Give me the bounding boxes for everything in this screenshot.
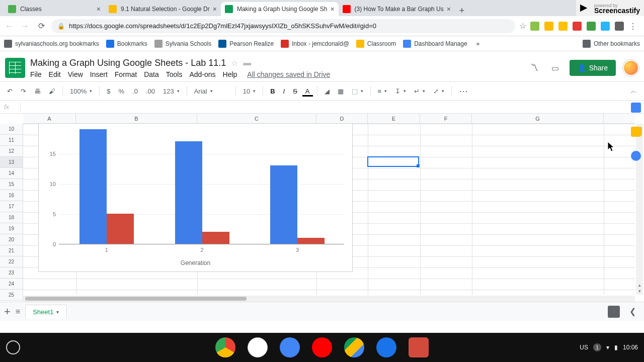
row-header[interactable]: 23 xyxy=(0,267,23,279)
merge-cells-button[interactable]: ⬚ xyxy=(349,85,366,97)
print-button[interactable]: 🖶 xyxy=(31,85,44,97)
row-header[interactable]: 13 xyxy=(0,157,23,168)
extension-icon[interactable] xyxy=(615,22,624,31)
bookmark-item[interactable]: Sylvania Schools xyxy=(154,40,211,48)
menu-insert[interactable]: Insert xyxy=(90,70,108,78)
url-input[interactable]: 🔒 https://docs.google.com/spreadsheets/d… xyxy=(51,19,515,33)
decrease-decimal-button[interactable]: .0 xyxy=(129,85,141,97)
horizontal-scrollbar[interactable] xyxy=(23,296,635,302)
activity-icon[interactable]: 〽 xyxy=(527,61,541,75)
extension-icon[interactable] xyxy=(544,22,553,31)
star-icon[interactable]: ☆ xyxy=(519,21,526,31)
chevron-down-icon[interactable]: ▾ xyxy=(56,309,59,315)
active-cell[interactable] xyxy=(367,156,419,167)
bookmark-item[interactable]: Dashboard Manage xyxy=(403,40,467,48)
bookmark-item[interactable]: Bookmarks xyxy=(106,40,147,48)
scroll-up-icon[interactable]: ▴ xyxy=(636,283,643,288)
horizontal-align-button[interactable]: ≡ xyxy=(375,85,390,97)
row-header[interactable]: 22 xyxy=(0,256,23,267)
system-tray[interactable]: US 1 ▾ ▮ 10:06 xyxy=(580,343,638,351)
forward-button[interactable]: → xyxy=(19,20,31,32)
browser-tab[interactable]: (3) How To Make a Bar Graph Us × xyxy=(339,2,455,16)
chrome-icon[interactable] xyxy=(215,337,235,357)
extension-icon[interactable] xyxy=(573,22,582,31)
row-header[interactable]: 20 xyxy=(0,234,23,245)
row-header[interactable]: 17 xyxy=(0,201,23,212)
sheets-logo-icon[interactable] xyxy=(5,58,25,78)
save-status[interactable]: All changes saved in Drive xyxy=(247,70,330,78)
back-button[interactable]: ← xyxy=(3,20,15,32)
menu-format[interactable]: Format xyxy=(115,70,137,78)
percent-button[interactable]: % xyxy=(115,85,127,97)
bold-button[interactable]: B xyxy=(267,85,278,97)
close-icon[interactable]: × xyxy=(447,5,451,13)
tasks-icon[interactable] xyxy=(631,151,641,161)
keyboard-layout[interactable]: US xyxy=(580,344,588,351)
row-header[interactable]: 19 xyxy=(0,223,23,234)
menu-tools[interactable]: Tools xyxy=(166,70,183,78)
account-avatar[interactable] xyxy=(623,60,639,76)
reload-button[interactable]: ⟳ xyxy=(35,20,47,32)
menu-data[interactable]: Data xyxy=(144,70,159,78)
vertical-align-button[interactable]: ↧ xyxy=(392,85,409,97)
sheet-tab[interactable]: Sheet1 ▾ xyxy=(25,305,66,319)
redo-button[interactable]: ↷ xyxy=(18,85,29,97)
app-icon[interactable] xyxy=(409,337,429,357)
extension-icon[interactable] xyxy=(601,22,610,31)
text-rotation-button[interactable]: ⤢ xyxy=(430,85,447,97)
more-toolbar-button[interactable]: ⋯ xyxy=(456,83,472,99)
bookmark-item[interactable]: Classroom xyxy=(356,40,396,48)
browser-tab[interactable]: Classes × xyxy=(4,2,105,16)
gmail-icon[interactable] xyxy=(248,337,268,357)
column-header[interactable]: C xyxy=(197,114,316,123)
extension-icon[interactable] xyxy=(530,22,539,31)
menu-file[interactable]: File xyxy=(30,70,42,78)
column-header[interactable]: G xyxy=(472,114,604,123)
expand-side-panel-button[interactable]: ❮ xyxy=(625,307,640,316)
italic-button[interactable]: I xyxy=(280,85,288,97)
font-size-select[interactable]: 10 xyxy=(240,85,259,97)
paint-format-button[interactable]: 🖌 xyxy=(46,85,58,97)
youtube-icon[interactable] xyxy=(312,337,332,357)
browser-tab-active[interactable]: Making a Graph Using Google Sh × xyxy=(221,2,339,16)
text-wrap-button[interactable]: ↵ xyxy=(411,85,428,97)
kebab-menu-icon[interactable]: ⋮ xyxy=(629,22,638,31)
menu-view[interactable]: View xyxy=(68,70,83,78)
row-header[interactable]: 12 xyxy=(0,146,23,157)
keep-icon[interactable] xyxy=(631,127,641,137)
text-color-button[interactable]: A xyxy=(302,86,313,97)
row-header[interactable]: 15 xyxy=(0,179,23,190)
new-tab-button[interactable]: + xyxy=(455,6,469,16)
currency-button[interactable]: $ xyxy=(104,85,113,97)
zoom-select[interactable]: 100% xyxy=(67,85,95,97)
scrollbar-thumb[interactable] xyxy=(25,297,247,301)
drive-icon[interactable] xyxy=(344,337,364,357)
undo-button[interactable]: ↶ xyxy=(4,85,16,97)
column-header[interactable]: E xyxy=(368,114,420,123)
column-header[interactable]: B xyxy=(76,114,197,123)
scroll-down-icon[interactable]: ▾ xyxy=(636,289,643,294)
strikethrough-button[interactable]: S xyxy=(290,85,300,97)
launcher-button[interactable] xyxy=(6,340,20,354)
close-icon[interactable]: × xyxy=(213,5,217,13)
extension-icon[interactable] xyxy=(587,22,596,31)
add-sheet-button[interactable]: + xyxy=(4,305,11,318)
row-header[interactable]: 24 xyxy=(0,279,23,290)
bookmark-item[interactable]: sylvaniaschools.org bookmarks xyxy=(4,40,99,48)
row-header[interactable]: 25 xyxy=(0,290,23,301)
extension-icon[interactable] xyxy=(558,22,568,31)
all-sheets-button[interactable]: ≡ xyxy=(16,307,20,316)
bookmark-item[interactable]: Inbox - jemcdonald@ xyxy=(281,40,349,48)
close-icon[interactable]: × xyxy=(330,5,334,13)
borders-button[interactable]: ▦ xyxy=(335,85,347,97)
bookmark-item[interactable]: Pearson Realize xyxy=(218,40,274,48)
wifi-icon[interactable]: ▾ xyxy=(606,344,609,351)
font-select[interactable]: Arial xyxy=(191,85,231,97)
document-title[interactable]: Making a Graph Using Google Sheets - Lab… xyxy=(30,58,226,68)
menu-edit[interactable]: Edit xyxy=(49,70,61,78)
files-icon[interactable] xyxy=(376,337,396,357)
row-header[interactable]: 18 xyxy=(0,212,23,223)
notification-badge[interactable]: 1 xyxy=(593,343,601,351)
row-header[interactable]: 16 xyxy=(0,190,23,201)
menu-addons[interactable]: Add-ons xyxy=(189,70,215,78)
